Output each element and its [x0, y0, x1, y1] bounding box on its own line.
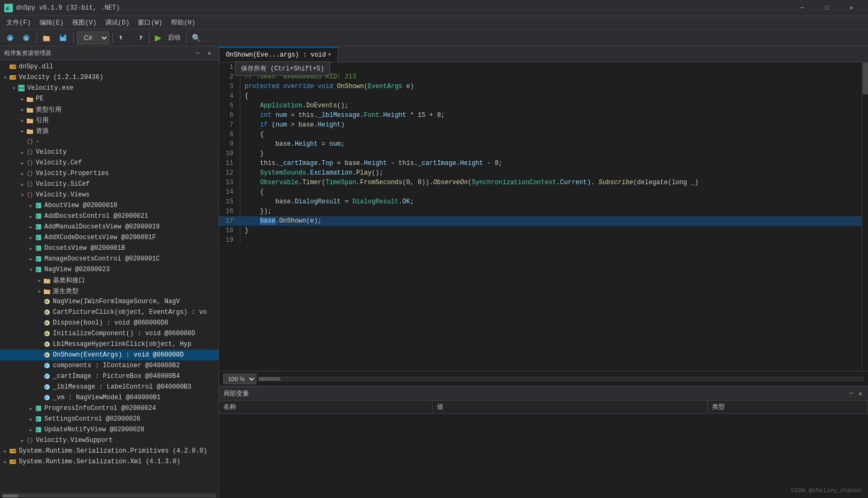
zoom-select[interactable]: 100 %: [223, 374, 256, 384]
start-label[interactable]: 启动: [166, 32, 183, 43]
tree-arrow-icon[interactable]: ▶: [28, 428, 34, 432]
tree-arrow-icon[interactable]: ▶: [28, 417, 34, 422]
bottom-panel-close-button[interactable]: ✕: [857, 390, 864, 398]
search-button[interactable]: 🔍: [190, 33, 203, 43]
code-line[interactable]: 9 base.Height = num;: [219, 139, 862, 149]
tree-item[interactable]: ▶CAddXCodeDocsetsView @0200001F: [0, 232, 218, 243]
tree-item[interactable]: MOnShown(EventArgs) : void @060000D: [0, 350, 218, 360]
code-scrollbar-vertical[interactable]: [862, 62, 868, 371]
code-line[interactable]: 17 base.OnShown(e);: [219, 216, 862, 226]
code-line[interactable]: 6 int num = this._lblMessage.Font.Height…: [219, 110, 862, 120]
tree-arrow-icon[interactable]: ▶: [19, 438, 26, 443]
tree-arrow-icon[interactable]: ▶: [19, 129, 26, 133]
tree-item[interactable]: F_cartImage : PictureBox @040000B4: [0, 371, 218, 382]
code-line[interactable]: 15 base.DialogResult = DialogResult.OK;: [219, 197, 862, 207]
tree-item[interactable]: F_vm : NagViewModel @040000B1: [0, 392, 218, 403]
tree-arrow-icon[interactable]: ▶: [2, 460, 9, 464]
tree-item[interactable]: MDispose(bool) : void @060000D8: [0, 318, 218, 328]
code-line[interactable]: 10 }: [219, 149, 862, 159]
tree-arrow-icon[interactable]: ▶: [28, 406, 34, 411]
tree-item[interactable]: ▶类型引用: [0, 104, 218, 115]
tree-arrow-icon[interactable]: ▶: [19, 97, 26, 101]
code-line[interactable]: 12 SystemSounds.Exclamation.Play();: [219, 168, 862, 178]
tree-arrow-icon[interactable]: ▼: [2, 75, 9, 80]
tree-arrow-icon[interactable]: ▶: [28, 225, 34, 230]
tree-arrow-icon[interactable]: ▶: [2, 449, 9, 454]
tree-arrow-icon[interactable]: ▶: [28, 257, 34, 262]
close-button[interactable]: ✕: [839, 0, 864, 16]
tree-item[interactable]: ▶ASMSystem.Runtime.Serialization.Xml (4.…: [0, 456, 218, 467]
tree-item[interactable]: ▶CDocsetsView @0200001B: [0, 243, 218, 254]
tree-item[interactable]: ▼CNagView @02000023: [0, 264, 218, 275]
back-button[interactable]: ↺: [3, 31, 17, 45]
open-button[interactable]: [40, 31, 54, 45]
tree-item[interactable]: ▶{}Velocity.Properties: [0, 168, 218, 179]
tree-arrow-icon[interactable]: ▶: [19, 118, 26, 123]
tree-item[interactable]: ▶CUpdateNotifyView @02000028: [0, 424, 218, 435]
tree-item[interactable]: ▶{}Velocity.ViewSupport: [0, 435, 218, 446]
sidebar-tree[interactable]: ASMdnSpy.dll▼ASMVelocity (1.2.1.20436)▼E…: [0, 60, 218, 493]
code-line[interactable]: 5 Application.DoEvents();: [219, 101, 862, 110]
code-area[interactable]: 1// 2// Token: 0x060000D5 RID: 2133prote…: [219, 62, 862, 371]
tree-arrow-icon[interactable]: ▶: [28, 203, 34, 208]
tree-item[interactable]: ▶资源: [0, 125, 218, 136]
tree-item[interactable]: ▼ASMVelocity (1.2.1.20436): [0, 72, 218, 83]
code-line[interactable]: 7 if (num > base.Height): [219, 120, 862, 130]
forward-button[interactable]: ↻: [19, 31, 33, 45]
tree-item[interactable]: ▼EXEVelocity.exe: [0, 83, 218, 93]
tree-item[interactable]: ▶CAddDocsetsControl @02000021: [0, 211, 218, 222]
tree-item[interactable]: ASMdnSpy.dll: [0, 61, 218, 72]
tree-item[interactable]: MNagView(IWinFormImageSource, NagV: [0, 296, 218, 307]
sidebar-pin-button[interactable]: ─: [193, 49, 202, 58]
code-line[interactable]: 14 {: [219, 187, 862, 197]
tree-arrow-icon[interactable]: ▶: [19, 161, 26, 165]
code-line[interactable]: 3protected override void OnShown(EventAr…: [219, 82, 862, 91]
tree-item[interactable]: ▶CSettingsControl @02000026: [0, 414, 218, 424]
tree-item[interactable]: ▶{}Velocity: [0, 147, 218, 157]
tree-arrow-icon[interactable]: ▶: [19, 182, 26, 187]
tree-item[interactable]: ▶基类和接口: [0, 275, 218, 286]
tree-arrow-icon[interactable]: ▶: [36, 278, 43, 283]
code-line[interactable]: 8 {: [219, 130, 862, 139]
tree-arrow-icon[interactable]: ▶: [36, 289, 43, 294]
tree-item[interactable]: MCartPictureClick(object, EventArgs) : v…: [0, 307, 218, 318]
sidebar-scrollbar-horizontal[interactable]: [0, 493, 218, 498]
tree-arrow-icon[interactable]: ▼: [28, 267, 34, 272]
tab-dropdown-arrow[interactable]: ▼: [328, 52, 331, 58]
tree-item[interactable]: ▶CAboutView @02000018: [0, 200, 218, 211]
tree-arrow-icon[interactable]: ▶: [28, 246, 34, 251]
tree-arrow-icon[interactable]: ▶: [19, 171, 26, 176]
tree-arrow-icon[interactable]: ▼: [19, 193, 26, 197]
redo-button[interactable]: [132, 31, 146, 45]
bottom-panel-pin-button[interactable]: ─: [848, 390, 855, 398]
tree-item[interactable]: ▶{}Velocity.SiCef: [0, 179, 218, 189]
sidebar-close-button[interactable]: ✕: [205, 49, 214, 58]
menu-help[interactable]: 帮助(H): [167, 16, 200, 29]
tree-item[interactable]: ▶派生类型: [0, 286, 218, 296]
tree-arrow-icon[interactable]: ▶: [19, 107, 26, 112]
tree-item[interactable]: ▼{}Velocity.Views: [0, 189, 218, 200]
code-line[interactable]: 11 this._cartImage.Top = base.Height - t…: [219, 159, 862, 168]
menu-debug[interactable]: 调试(D): [101, 16, 134, 29]
tree-item[interactable]: ▶CManageDocsetsControl @0200001C: [0, 254, 218, 264]
menu-window[interactable]: 窗口(W): [134, 16, 167, 29]
code-line[interactable]: 19: [219, 235, 862, 245]
tree-item[interactable]: F_lblMessage : LabelControl @040000B3: [0, 382, 218, 392]
menu-edit[interactable]: 编辑(E): [35, 16, 68, 29]
tree-item[interactable]: ▶CAddManualDocsetsView @02000019: [0, 222, 218, 232]
minimize-button[interactable]: ─: [790, 0, 815, 16]
tree-item[interactable]: Fcomponents : IContainer @040000B2: [0, 360, 218, 371]
tree-arrow-icon[interactable]: ▶: [19, 150, 26, 155]
tree-arrow-icon[interactable]: ▼: [11, 86, 17, 91]
editor-tab-active[interactable]: OnShown(Eve...args) : void ▼: [219, 47, 338, 62]
tree-item[interactable]: ▶PE: [0, 93, 218, 104]
code-line[interactable]: 16 });: [219, 207, 862, 216]
menu-file[interactable]: 文件(F): [2, 16, 35, 29]
language-dropdown[interactable]: C#: [77, 31, 109, 44]
tree-item[interactable]: MInitializeComponent() : void @060000D: [0, 328, 218, 339]
start-button[interactable]: ▶: [153, 33, 163, 43]
code-line[interactable]: 4{: [219, 91, 862, 101]
maximize-button[interactable]: □: [815, 0, 839, 16]
tree-arrow-icon[interactable]: ▶: [28, 235, 34, 240]
tree-item[interactable]: {}-: [0, 136, 218, 147]
